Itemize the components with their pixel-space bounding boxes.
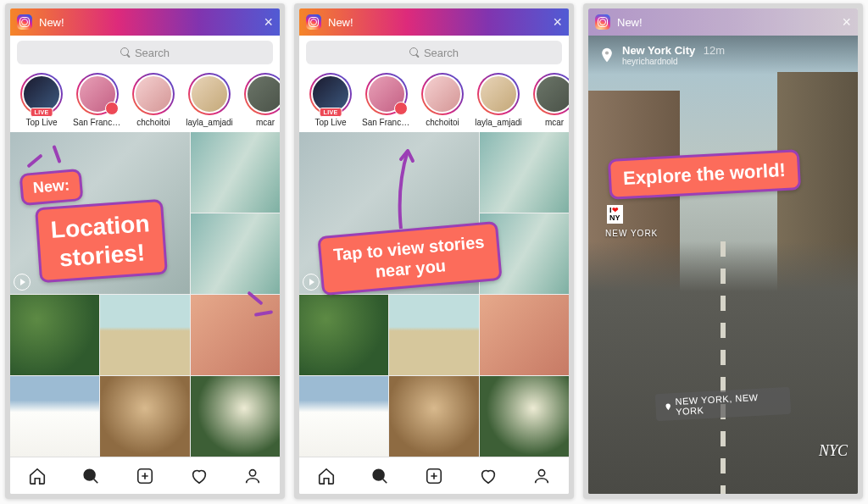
- story-tray[interactable]: Top LiveSan Franciscochchoitoilayla_amja…: [299, 69, 569, 132]
- phone-mock-3: New! × New York City 12m heyrichardnold …: [583, 3, 863, 499]
- screen-2: New! × Search Top LiveSan Franciscochcho…: [299, 8, 569, 494]
- explore-tile[interactable]: [299, 376, 388, 457]
- search-placeholder: Search: [135, 47, 170, 59]
- bottom-nav: [10, 457, 280, 494]
- nav-activity-icon[interactable]: [190, 467, 209, 485]
- explore-tile[interactable]: [10, 376, 99, 457]
- avatar: [246, 75, 280, 114]
- explore-tile[interactable]: [191, 376, 280, 457]
- search-icon: [120, 47, 131, 58]
- story-label: Top Live: [25, 118, 57, 127]
- explore-tile[interactable]: [191, 213, 280, 294]
- explore-tile[interactable]: [480, 132, 569, 213]
- street: [588, 241, 858, 494]
- nav-create-icon[interactable]: [425, 467, 443, 485]
- story-label: Top Live: [314, 118, 346, 127]
- screen-1: New! × Search Top LiveSan Franciscochcho…: [10, 8, 280, 494]
- close-icon[interactable]: ×: [264, 14, 273, 30]
- screen-3: New! × New York City 12m heyrichardnold …: [588, 8, 858, 494]
- story-time: 12m: [704, 44, 725, 57]
- story-ring-live: [309, 73, 352, 115]
- banner-label: New!: [39, 16, 64, 29]
- story-ring: [477, 73, 520, 115]
- story-ring: [533, 73, 569, 115]
- story-viewer[interactable]: New York City 12m heyrichardnold Explore…: [588, 36, 858, 494]
- location-pin-icon: [598, 47, 615, 64]
- instagram-logo-icon: [17, 14, 32, 30]
- new-york-label: NEW YORK: [605, 229, 658, 238]
- banner-label: New!: [617, 16, 643, 29]
- explore-tile[interactable]: [299, 295, 388, 375]
- story-label: San Francisco: [362, 118, 411, 127]
- story-header: New York City 12m heyrichardnold: [588, 36, 858, 75]
- nav-create-icon[interactable]: [136, 467, 154, 485]
- story-ring: [421, 73, 464, 115]
- story-item[interactable]: chchoitoi: [418, 73, 467, 127]
- explore-tile[interactable]: [100, 295, 189, 375]
- story-header-text: New York City 12m heyrichardnold: [622, 44, 725, 66]
- nav-home-icon[interactable]: [317, 467, 336, 485]
- phone-mock-2: New! × Search Top LiveSan Franciscochcho…: [294, 3, 574, 499]
- phone-mock-1: New! × Search Top LiveSan Franciscochcho…: [5, 3, 285, 499]
- svg-point-0: [85, 469, 96, 480]
- story-item[interactable]: layla_amjadi: [474, 73, 523, 127]
- play-icon: [303, 274, 320, 291]
- explore-tile[interactable]: [100, 376, 189, 457]
- search-input[interactable]: Search: [306, 41, 562, 64]
- overlay-new-badge: New:: [19, 169, 84, 206]
- search-placeholder: Search: [424, 47, 459, 59]
- story-tray[interactable]: Top LiveSan Franciscochchoitoilayla_amja…: [10, 69, 280, 132]
- promo-banner: New! ×: [299, 8, 569, 36]
- avatar: [190, 75, 229, 114]
- explore-tile[interactable]: [480, 295, 569, 375]
- story-label: layla_amjadi: [475, 118, 522, 127]
- close-icon[interactable]: ×: [553, 14, 562, 30]
- story-ring-location: [365, 73, 408, 115]
- nav-activity-icon[interactable]: [479, 467, 498, 485]
- banner-label: New!: [328, 16, 353, 29]
- story-ring: [188, 73, 231, 115]
- nav-home-icon[interactable]: [28, 467, 47, 485]
- story-label: San Francisco: [73, 118, 122, 127]
- nav-search-icon[interactable]: [81, 467, 100, 485]
- story-location-title: New York City: [622, 44, 695, 57]
- avatar: [479, 75, 518, 114]
- nav-profile-icon[interactable]: [532, 467, 551, 485]
- story-item[interactable]: Top Live: [17, 73, 66, 127]
- story-item[interactable]: San Francisco: [362, 73, 411, 127]
- location-pin-icon: [664, 402, 672, 411]
- nav-search-icon[interactable]: [370, 467, 389, 485]
- story-item[interactable]: Top Live: [306, 73, 355, 127]
- promo-banner: New! ×: [10, 8, 280, 36]
- story-label: layla_amjadi: [186, 118, 233, 127]
- svg-point-6: [374, 469, 385, 480]
- explore-grid[interactable]: [299, 132, 569, 457]
- nav-profile-icon[interactable]: [243, 467, 262, 485]
- story-label: mcar: [545, 118, 564, 127]
- story-item[interactable]: San Francisco: [73, 73, 122, 127]
- avatar: [22, 75, 61, 114]
- search-input[interactable]: Search: [17, 41, 273, 64]
- close-icon[interactable]: ×: [842, 14, 851, 30]
- explore-tile[interactable]: [480, 376, 569, 457]
- explore-tile[interactable]: [191, 132, 280, 213]
- story-label: mcar: [256, 118, 275, 127]
- story-label: chchoitoi: [426, 118, 459, 127]
- instagram-logo-icon: [306, 14, 321, 30]
- svg-point-5: [250, 469, 256, 475]
- svg-point-12: [605, 51, 609, 54]
- story-label: chchoitoi: [136, 118, 170, 127]
- explore-tile[interactable]: [389, 376, 478, 457]
- location-sticker-text: NEW YORK, NEW YORK: [675, 390, 782, 417]
- i-heart-ny-sticker: I❤NY: [607, 205, 623, 224]
- explore-tile[interactable]: [389, 295, 478, 375]
- story-item[interactable]: mcar: [530, 73, 569, 127]
- svg-line-7: [383, 479, 387, 483]
- svg-line-1: [94, 479, 98, 483]
- explore-tile[interactable]: [10, 295, 99, 375]
- story-item[interactable]: layla_amjadi: [185, 73, 234, 127]
- promo-banner: New! ×: [588, 8, 858, 36]
- story-item[interactable]: mcar: [241, 73, 280, 127]
- explore-tile[interactable]: [191, 295, 280, 375]
- story-item[interactable]: chchoitoi: [129, 73, 178, 127]
